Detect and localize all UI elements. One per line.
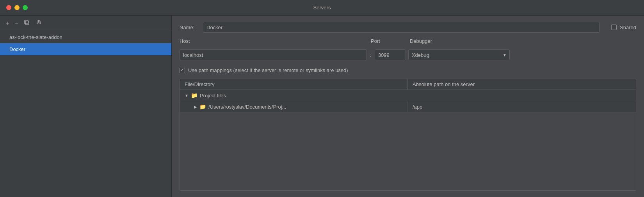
window-controls[interactable] — [6, 5, 28, 10]
debugger-label: Debugger — [410, 38, 636, 44]
window-title: Servers — [313, 5, 331, 11]
host-label: Host — [180, 38, 371, 44]
right-panel: Name: Shared Host Port Debugger : Xdebug… — [172, 16, 644, 197]
col-file-directory: File/Directory — [180, 79, 408, 90]
host-input[interactable] — [180, 49, 367, 60]
svg-rect-0 — [25, 21, 29, 25]
server-item-as-lock[interactable]: as-lock-the-slate-addon — [0, 31, 171, 43]
server-path-text: /app — [413, 104, 422, 110]
mappings-body: ▼ 📁 Project files ▶ 📁 /Users/rostyslav/D… — [180, 90, 636, 113]
close-button[interactable] — [6, 5, 11, 10]
server-list: as-lock-the-slate-addon Docker — [0, 31, 171, 197]
debugger-select[interactable]: Xdebug Zend Debugger — [408, 49, 510, 60]
copy-server-button[interactable] — [22, 19, 32, 28]
name-input[interactable] — [203, 22, 600, 33]
mapping-file-row: ▶ 📁 /Users/rostyslav/Documents/Proj... /… — [180, 101, 636, 113]
copy-icon — [24, 19, 30, 26]
project-files-label: Project files — [200, 93, 226, 98]
maximize-button[interactable] — [23, 5, 28, 10]
titlebar: Servers — [0, 0, 644, 16]
mappings-header: File/Directory Absolute path on the serv… — [180, 79, 636, 90]
subfolder-icon: 📁 — [199, 104, 206, 110]
chevron-down-icon: ▼ — [185, 93, 189, 98]
path-mappings-checkbox[interactable] — [180, 68, 185, 73]
file-path-cell[interactable]: ▶ 📁 /Users/rostyslav/Documents/Proj... — [180, 101, 408, 112]
port-label: Port — [371, 38, 410, 44]
minimize-button[interactable] — [14, 5, 20, 10]
remove-server-button[interactable]: − — [13, 19, 20, 27]
main-layout: + − as-lock-the-slate-addon — [0, 16, 644, 197]
debugger-select-wrapper[interactable]: Xdebug Zend Debugger — [408, 49, 510, 60]
toolbar: + − — [0, 16, 171, 31]
port-input[interactable] — [375, 49, 406, 60]
left-panel: + − as-lock-the-slate-addon — [0, 16, 172, 197]
shared-label: Shared — [620, 25, 636, 30]
host-port-debugger-labels: Host Port Debugger — [180, 38, 636, 44]
path-mappings-label: Use path mappings (select if the server … — [188, 67, 348, 73]
name-label: Name: — [180, 25, 199, 30]
server-item-docker[interactable]: Docker — [0, 43, 171, 55]
move-icon — [36, 19, 42, 26]
mappings-table: File/Directory Absolute path on the serv… — [180, 79, 636, 191]
add-server-button[interactable]: + — [4, 19, 11, 27]
svg-rect-1 — [25, 20, 28, 24]
server-path-cell[interactable]: /app — [408, 101, 636, 112]
host-port-debugger-inputs: : Xdebug Zend Debugger — [180, 49, 636, 60]
path-mappings-row: Use path mappings (select if the server … — [180, 67, 636, 73]
shared-row: Shared — [611, 25, 636, 30]
colon-separator: : — [370, 52, 372, 58]
name-row: Name: Shared — [180, 22, 636, 33]
chevron-right-icon: ▶ — [194, 105, 197, 109]
file-path-text: /Users/rostyslav/Documents/Proj... — [208, 104, 286, 110]
project-files-group-row[interactable]: ▼ 📁 Project files — [180, 90, 636, 101]
shared-checkbox[interactable] — [611, 25, 617, 30]
col-server-path: Absolute path on the server — [408, 79, 636, 90]
move-server-button[interactable] — [34, 19, 43, 28]
folder-icon: 📁 — [191, 92, 197, 98]
